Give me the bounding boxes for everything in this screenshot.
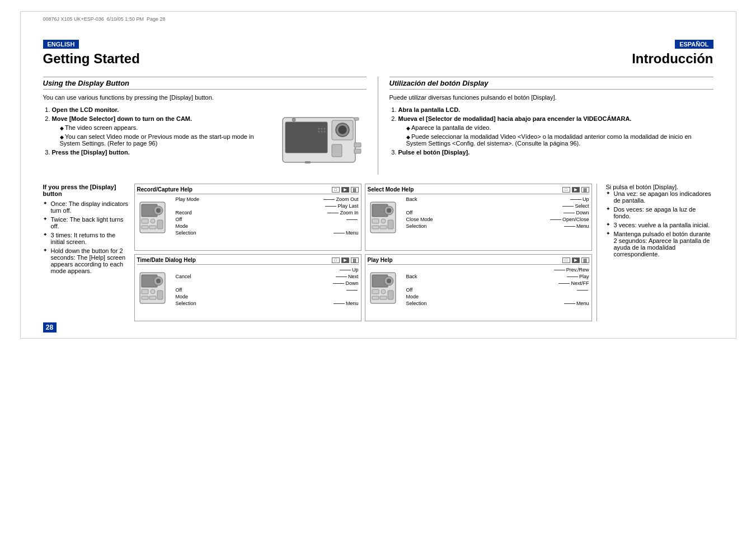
mini-icon-td-3: ||| [351,257,359,263]
help-box-timedate-title: Time/Date Dialog Help □ ▶ ||| [137,257,359,265]
if-press-item-es-4: Mantenga pulsado el botón durante 2 segu… [606,231,713,257]
bullet-en-2: You can select Video mode or Previous mo… [60,133,266,147]
svg-point-12 [321,131,322,133]
step-es-3: Pulse el botón [Display]. [398,149,713,156]
svg-point-9 [321,128,322,130]
if-press-title-en: If you press the [Display] button [43,184,130,197]
td-label-3: Down [176,280,359,286]
svg-point-13 [323,131,325,133]
td-label-2: CancelNext [176,274,359,279]
header-row: ENGLISH Getting Started ESPAÑOL Introduc… [43,40,713,72]
steps-and-image: Open the LCD monitor. Move [Mode Selecto… [43,106,367,175]
play-label-6: SelectionMenu [406,301,589,306]
step-es-2: Mueva el [Selector de modalidad] hacia a… [398,115,713,147]
section-title-es: Utilización del botón Display [389,77,713,90]
svg-rect-48 [372,289,379,294]
record-label-4: Off [176,217,359,222]
col-english: Using the Display Button You can use var… [43,77,378,175]
if-press-english: If you press the [Display] button Once: … [43,184,130,321]
svg-point-38 [156,279,161,283]
select-label-1: BackUp [406,196,589,202]
help-box-play-icons: □ ▶ ||| [562,257,589,263]
select-label-3: OffDown [406,210,589,216]
mini-icon-sel-3: ||| [581,187,589,193]
svg-rect-30 [372,219,379,223]
svg-rect-51 [380,296,387,299]
help-box-play: Play Help □ ▶ ||| [365,254,592,321]
select-diagram [368,196,404,240]
step-en-2: Move [Mode Selector] down to turn on the… [52,115,266,147]
svg-rect-25 [157,220,163,229]
svg-point-10 [323,128,325,130]
svg-point-31 [381,219,386,223]
svg-rect-32 [372,226,379,229]
intro-text-en: You can use various functions by pressin… [43,94,367,101]
bottom-section: If you press the [Display] button Once: … [43,184,713,321]
record-label-6: SelectionMenu [176,230,359,236]
play-label-1: Prev./Rew [406,267,589,273]
mini-icon-sel-2: ▶ [572,187,580,193]
svg-rect-39 [142,289,148,294]
td-label-5: Mode [176,294,359,299]
play-label-3: Next/FF [406,280,589,286]
svg-rect-43 [157,291,163,299]
if-press-item-en-2: Twice: The back light turns off. [43,216,130,229]
timedate-labels: Up CancelNext Down Off Mode [176,267,359,307]
record-label-2: Play Last [176,203,359,209]
play-label-4: Off [406,287,589,293]
if-press-list-en: Once: The display indicators turn off. T… [43,200,130,274]
steps-en: Open the LCD monitor. Move [Mode Selecto… [43,106,266,175]
svg-rect-50 [372,296,379,299]
select-label-2: Select [406,203,589,209]
svg-point-4 [339,126,346,134]
help-box-record-title: Record/Capture Help □ ▶ ||| [137,186,359,194]
bullet-es-1: Aparece la pantalla de vídeo. [406,124,713,131]
espanol-title: Introducción [632,51,713,67]
svg-rect-1 [285,122,327,153]
play-label-2: BackPlay [406,274,589,279]
timedate-diagram [137,267,173,311]
mini-icon-pl-2: ▶ [572,257,580,263]
svg-point-22 [151,219,155,223]
svg-point-8 [318,128,320,130]
bullet-en-1: The video screen appears. [60,124,266,131]
svg-point-47 [387,279,391,283]
td-label-4: Off [176,287,359,293]
help-box-play-body: Prev./Rew BackPlay Next/FF Off Mode [368,267,589,311]
main-two-col: Using the Display Button You can use var… [43,77,713,175]
help-box-record-icons: □ ▶ ||| [332,187,359,193]
espanol-badge: ESPAÑOL [675,40,713,49]
mini-icon-rec-3: ||| [351,187,359,193]
section-title-en: Using the Display Button [43,77,367,90]
svg-rect-41 [142,296,148,299]
play-diagram [368,267,404,311]
svg-rect-21 [142,219,148,223]
doc-meta: 00876J X105 UK+ESP-036 6/10/05 1:50 PM P… [43,16,166,22]
td-label-6: SelectionMenu [176,301,359,306]
if-press-item-en-4: Hold down the button for 2 seconds: The … [43,247,130,274]
step-en-1: Open the LCD monitor. [52,106,266,113]
svg-rect-6 [354,149,361,153]
record-diagram [137,196,173,240]
record-label-3: RecordZoom In [176,210,359,216]
help-box-timedate-body: Up CancelNext Down Off Mode [137,267,359,311]
page-container: 00876J X105 UK+ESP-036 6/10/05 1:50 PM P… [20,11,736,339]
if-press-list-es: Una vez: se apagan los indicadores de pa… [606,190,713,257]
steps-es: Abra la pantalla LCD. Mueva el [Selector… [389,106,713,156]
help-boxes-grid: Record/Capture Help □ ▶ ||| [134,184,597,321]
col-espanol: Utilización del botón Display Puede util… [378,77,713,175]
help-box-select-body: BackUp Select OffDown Close ModeOpen/Clo… [368,196,589,240]
intro-text-es: Puede utilizar diversas funciones pulsan… [389,94,713,101]
english-badge: ENGLISH [43,40,79,49]
mini-icon-sel-1: □ [562,187,570,193]
english-section-header: ENGLISH Getting Started [43,40,140,72]
if-press-espanol: Si pulsa el botón [Display]. Una vez: se… [602,184,713,321]
page-number: 28 [43,322,57,332]
record-labels: Play ModeZoom Out Play Last RecordZoom I… [176,196,359,237]
svg-rect-52 [388,291,393,299]
select-labels: BackUp Select OffDown Close ModeOpen/Clo… [406,196,589,230]
svg-rect-34 [388,220,393,229]
help-box-timedate-icons: □ ▶ ||| [332,257,359,263]
mini-icon-td-2: ▶ [341,257,349,263]
svg-rect-14 [305,161,311,163]
